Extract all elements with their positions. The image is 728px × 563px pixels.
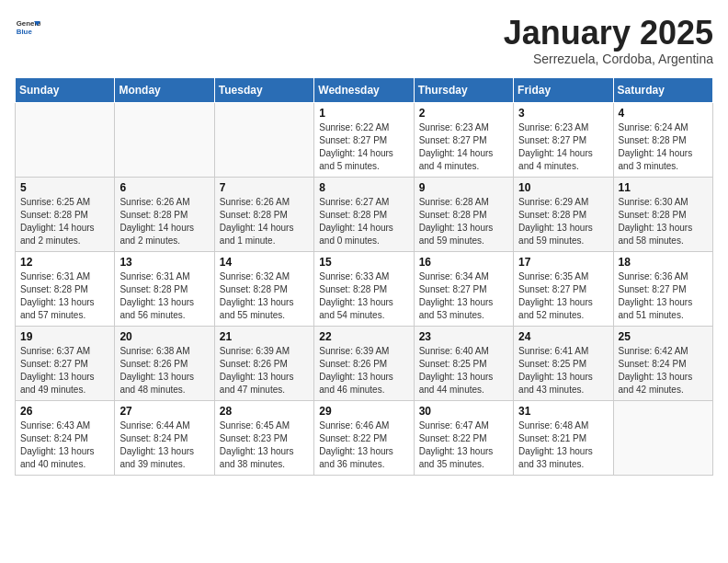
weekday-header-cell: Monday xyxy=(115,77,214,102)
calendar-day-cell: 15Sunrise: 6:33 AM Sunset: 8:28 PM Dayli… xyxy=(314,251,414,326)
day-info: Sunrise: 6:33 AM Sunset: 8:28 PM Dayligh… xyxy=(319,270,408,322)
calendar-day-cell: 27Sunrise: 6:44 AM Sunset: 8:24 PM Dayli… xyxy=(115,400,214,475)
calendar-day-cell: 7Sunrise: 6:26 AM Sunset: 8:28 PM Daylig… xyxy=(214,177,313,251)
weekday-header-cell: Tuesday xyxy=(214,77,313,102)
calendar-day-cell: 25Sunrise: 6:42 AM Sunset: 8:24 PM Dayli… xyxy=(613,326,712,400)
month-title: January 2025 xyxy=(504,15,713,52)
day-number: 30 xyxy=(419,405,508,418)
calendar-day-cell: 23Sunrise: 6:40 AM Sunset: 8:25 PM Dayli… xyxy=(414,326,513,400)
day-number: 20 xyxy=(119,330,209,343)
day-info: Sunrise: 6:35 AM Sunset: 8:27 PM Dayligh… xyxy=(518,270,608,322)
day-number: 1 xyxy=(319,107,408,120)
weekday-header-cell: Sunday xyxy=(16,77,115,102)
day-number: 19 xyxy=(20,330,109,343)
weekday-header-cell: Saturday xyxy=(613,77,712,102)
day-info: Sunrise: 6:37 AM Sunset: 8:27 PM Dayligh… xyxy=(20,345,109,396)
day-number: 18 xyxy=(619,256,708,269)
day-info: Sunrise: 6:39 AM Sunset: 8:26 PM Dayligh… xyxy=(319,345,408,396)
day-info: Sunrise: 6:23 AM Sunset: 8:27 PM Dayligh… xyxy=(518,121,608,173)
calendar-day-cell: 28Sunrise: 6:45 AM Sunset: 8:23 PM Dayli… xyxy=(214,400,313,475)
day-info: Sunrise: 6:39 AM Sunset: 8:26 PM Dayligh… xyxy=(220,345,309,396)
day-info: Sunrise: 6:34 AM Sunset: 8:27 PM Dayligh… xyxy=(419,270,508,322)
calendar-body: 1Sunrise: 6:22 AM Sunset: 8:27 PM Daylig… xyxy=(16,102,713,475)
calendar-day-cell: 19Sunrise: 6:37 AM Sunset: 8:27 PM Dayli… xyxy=(16,326,115,400)
calendar-day-cell: 21Sunrise: 6:39 AM Sunset: 8:26 PM Dayli… xyxy=(214,326,313,400)
day-info: Sunrise: 6:22 AM Sunset: 8:27 PM Dayligh… xyxy=(319,121,408,173)
day-info: Sunrise: 6:48 AM Sunset: 8:21 PM Dayligh… xyxy=(518,419,608,471)
calendar-week-row: 19Sunrise: 6:37 AM Sunset: 8:27 PM Dayli… xyxy=(16,326,713,400)
logo-icon: General Blue xyxy=(15,15,40,40)
calendar-day-cell: 12Sunrise: 6:31 AM Sunset: 8:28 PM Dayli… xyxy=(16,251,115,326)
day-number: 9 xyxy=(419,181,508,194)
day-info: Sunrise: 6:47 AM Sunset: 8:22 PM Dayligh… xyxy=(419,419,508,471)
day-info: Sunrise: 6:36 AM Sunset: 8:27 PM Dayligh… xyxy=(619,270,708,322)
calendar-day-cell: 16Sunrise: 6:34 AM Sunset: 8:27 PM Dayli… xyxy=(414,251,513,326)
day-info: Sunrise: 6:41 AM Sunset: 8:25 PM Dayligh… xyxy=(518,345,608,396)
calendar-day-cell: 29Sunrise: 6:46 AM Sunset: 8:22 PM Dayli… xyxy=(314,400,414,475)
day-number: 5 xyxy=(20,181,109,194)
logo: General Blue xyxy=(15,15,40,40)
day-number: 4 xyxy=(619,107,708,120)
day-number: 3 xyxy=(518,107,608,120)
day-info: Sunrise: 6:25 AM Sunset: 8:28 PM Dayligh… xyxy=(20,196,109,247)
calendar-day-cell: 11Sunrise: 6:30 AM Sunset: 8:28 PM Dayli… xyxy=(613,177,712,251)
day-info: Sunrise: 6:30 AM Sunset: 8:28 PM Dayligh… xyxy=(619,196,708,247)
title-area: January 2025 Serrezuela, Cordoba, Argent… xyxy=(504,15,713,66)
day-info: Sunrise: 6:45 AM Sunset: 8:23 PM Dayligh… xyxy=(220,419,309,471)
calendar-day-cell: 8Sunrise: 6:27 AM Sunset: 8:28 PM Daylig… xyxy=(314,177,414,251)
day-number: 28 xyxy=(220,405,309,418)
calendar-day-cell xyxy=(115,102,214,177)
day-number: 31 xyxy=(518,405,608,418)
calendar-day-cell xyxy=(16,102,115,177)
calendar-week-row: 1Sunrise: 6:22 AM Sunset: 8:27 PM Daylig… xyxy=(16,102,713,177)
calendar-day-cell: 4Sunrise: 6:24 AM Sunset: 8:28 PM Daylig… xyxy=(613,102,712,177)
day-number: 29 xyxy=(319,405,408,418)
calendar-day-cell: 30Sunrise: 6:47 AM Sunset: 8:22 PM Dayli… xyxy=(414,400,513,475)
calendar-day-cell: 3Sunrise: 6:23 AM Sunset: 8:27 PM Daylig… xyxy=(514,102,613,177)
day-number: 22 xyxy=(319,330,408,343)
day-info: Sunrise: 6:43 AM Sunset: 8:24 PM Dayligh… xyxy=(20,419,109,471)
day-number: 24 xyxy=(518,330,608,343)
calendar-day-cell: 26Sunrise: 6:43 AM Sunset: 8:24 PM Dayli… xyxy=(16,400,115,475)
day-info: Sunrise: 6:26 AM Sunset: 8:28 PM Dayligh… xyxy=(119,196,209,247)
day-info: Sunrise: 6:44 AM Sunset: 8:24 PM Dayligh… xyxy=(119,419,209,471)
calendar-day-cell: 5Sunrise: 6:25 AM Sunset: 8:28 PM Daylig… xyxy=(16,177,115,251)
day-info: Sunrise: 6:24 AM Sunset: 8:28 PM Dayligh… xyxy=(619,121,708,173)
location-subtitle: Serrezuela, Cordoba, Argentina xyxy=(504,52,713,66)
weekday-header-cell: Thursday xyxy=(414,77,513,102)
day-info: Sunrise: 6:27 AM Sunset: 8:28 PM Dayligh… xyxy=(319,196,408,247)
calendar-week-row: 5Sunrise: 6:25 AM Sunset: 8:28 PM Daylig… xyxy=(16,177,713,251)
day-number: 25 xyxy=(619,330,708,343)
day-info: Sunrise: 6:28 AM Sunset: 8:28 PM Dayligh… xyxy=(419,196,508,247)
weekday-header-cell: Wednesday xyxy=(314,77,414,102)
calendar-day-cell: 22Sunrise: 6:39 AM Sunset: 8:26 PM Dayli… xyxy=(314,326,414,400)
day-number: 11 xyxy=(619,181,708,194)
day-number: 27 xyxy=(119,405,209,418)
day-number: 13 xyxy=(119,256,209,269)
calendar-day-cell xyxy=(613,400,712,475)
day-number: 23 xyxy=(419,330,508,343)
day-number: 7 xyxy=(220,181,309,194)
calendar-week-row: 26Sunrise: 6:43 AM Sunset: 8:24 PM Dayli… xyxy=(16,400,713,475)
day-number: 16 xyxy=(419,256,508,269)
day-number: 2 xyxy=(419,107,508,120)
day-info: Sunrise: 6:31 AM Sunset: 8:28 PM Dayligh… xyxy=(20,270,109,322)
weekday-header-cell: Friday xyxy=(514,77,613,102)
day-info: Sunrise: 6:40 AM Sunset: 8:25 PM Dayligh… xyxy=(419,345,508,396)
weekday-header-row: SundayMondayTuesdayWednesdayThursdayFrid… xyxy=(16,77,713,102)
calendar-day-cell: 31Sunrise: 6:48 AM Sunset: 8:21 PM Dayli… xyxy=(514,400,613,475)
calendar-day-cell: 13Sunrise: 6:31 AM Sunset: 8:28 PM Dayli… xyxy=(115,251,214,326)
calendar-day-cell xyxy=(214,102,313,177)
day-info: Sunrise: 6:29 AM Sunset: 8:28 PM Dayligh… xyxy=(518,196,608,247)
day-number: 15 xyxy=(319,256,408,269)
day-number: 17 xyxy=(518,256,608,269)
page-header: General Blue January 2025 Serrezuela, Co… xyxy=(15,15,713,66)
day-number: 21 xyxy=(220,330,309,343)
calendar-week-row: 12Sunrise: 6:31 AM Sunset: 8:28 PM Dayli… xyxy=(16,251,713,326)
calendar-day-cell: 9Sunrise: 6:28 AM Sunset: 8:28 PM Daylig… xyxy=(414,177,513,251)
day-info: Sunrise: 6:38 AM Sunset: 8:26 PM Dayligh… xyxy=(119,345,209,396)
calendar-day-cell: 2Sunrise: 6:23 AM Sunset: 8:27 PM Daylig… xyxy=(414,102,513,177)
calendar-day-cell: 18Sunrise: 6:36 AM Sunset: 8:27 PM Dayli… xyxy=(613,251,712,326)
calendar-day-cell: 6Sunrise: 6:26 AM Sunset: 8:28 PM Daylig… xyxy=(115,177,214,251)
day-info: Sunrise: 6:23 AM Sunset: 8:27 PM Dayligh… xyxy=(419,121,508,173)
